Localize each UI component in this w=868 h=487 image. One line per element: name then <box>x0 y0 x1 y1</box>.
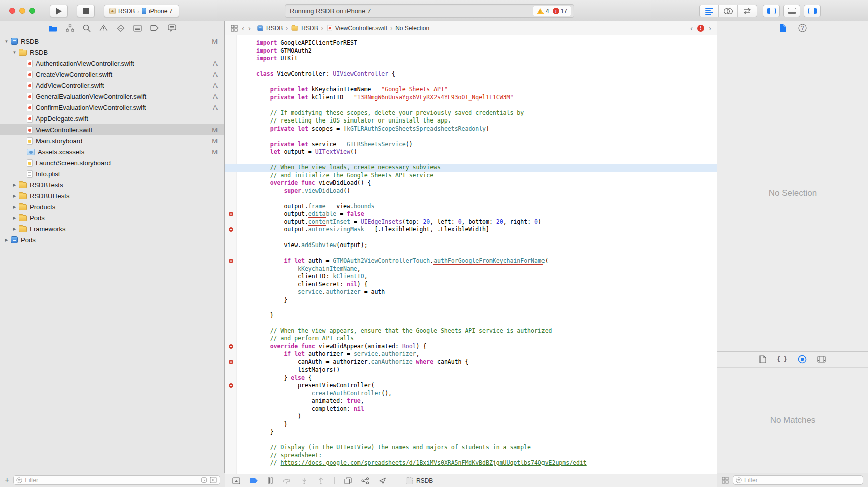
code-line[interactable]: override func viewDidAppear(animated: Bo… <box>225 343 717 351</box>
standard-editor-button[interactable] <box>700 5 719 17</box>
close-window-button[interactable] <box>9 8 15 14</box>
pause-icon[interactable] <box>268 477 273 484</box>
next-issue-button[interactable]: › <box>709 25 711 31</box>
code-line[interactable]: import GoogleAPIClientForREST <box>225 39 717 47</box>
media-library-icon[interactable] <box>817 356 826 363</box>
code-line[interactable]: kKeychainItemName, <box>225 265 717 273</box>
code-line[interactable]: // and perform API calls <box>225 335 717 343</box>
breadcrumb-item[interactable]: No Selection <box>395 25 429 32</box>
step-out-icon[interactable] <box>317 477 324 484</box>
gutter-cell[interactable] <box>225 257 236 265</box>
gutter-cell[interactable] <box>225 133 236 141</box>
file-tree-row[interactable]: AppDelegate.swift <box>0 113 224 124</box>
code-line[interactable]: // When the view loads, create necessary… <box>225 164 717 172</box>
gutter-cell[interactable] <box>225 327 236 335</box>
gutter-cell[interactable] <box>225 125 236 133</box>
gutter-cell[interactable] <box>225 241 236 250</box>
file-tree-row[interactable]: ▼RSDBM <box>0 36 224 47</box>
report-navigator-icon[interactable] <box>168 24 176 32</box>
error-marker-icon[interactable] <box>229 360 233 364</box>
file-tree-row[interactable]: ConfirmEvaluationViewController.swiftA <box>0 102 224 113</box>
file-tree-row[interactable]: LaunchScreen.storyboard <box>0 157 224 168</box>
code-line[interactable]: override func viewDidLoad() { <box>225 179 717 187</box>
previous-issue-button[interactable]: ‹ <box>690 25 693 31</box>
issues-summary[interactable]: 4 !17 <box>533 6 571 16</box>
code-line[interactable]: if let auth = GTMOAuth2ViewControllerTou… <box>225 257 717 265</box>
recent-files-clock-icon[interactable] <box>201 477 207 483</box>
file-tree-row[interactable]: Assets.xcassetsM <box>0 146 224 157</box>
gutter-cell[interactable] <box>225 304 236 312</box>
code-line[interactable]: private let kKeychainItemName = "Google … <box>225 86 717 94</box>
process-indicator[interactable]: RSDB <box>406 477 433 484</box>
code-line[interactable]: import UIKit <box>225 55 717 63</box>
navigator-filter-field[interactable]: Filter <box>13 475 220 485</box>
file-tree-row[interactable]: ▶RSDBUITests <box>0 190 224 201</box>
scm-status-filter-icon[interactable] <box>210 477 217 483</box>
breakpoints-toggle-icon[interactable] <box>250 478 258 484</box>
gutter-cell[interactable] <box>225 358 236 367</box>
zoom-window-button[interactable] <box>29 8 35 14</box>
toggle-inspector-button[interactable] <box>804 5 821 17</box>
code-line[interactable]: if let authorizer = service.authorizer, <box>225 350 717 358</box>
disclosure-triangle-icon[interactable]: ▶ <box>11 227 18 231</box>
code-line[interactable] <box>225 319 717 327</box>
code-line[interactable]: private let kClientID = "138NmgW6nUusaYg… <box>225 94 717 102</box>
disclosure-triangle-icon[interactable]: ▶ <box>11 216 18 220</box>
code-line[interactable]: // When the view appears, ensure that th… <box>225 327 717 335</box>
gutter-cell[interactable] <box>225 101 236 109</box>
code-line[interactable]: listMajors() <box>225 366 717 374</box>
gutter-cell[interactable] <box>225 405 236 413</box>
scheme-selector[interactable]: A RSDB › iPhone 7 <box>104 5 179 17</box>
code-line[interactable]: clientSecret: nil) { <box>225 281 717 289</box>
code-line[interactable]: output.frame = view.bounds <box>225 203 717 211</box>
gutter-cell[interactable] <box>225 428 236 436</box>
toggle-navigator-button[interactable] <box>763 5 780 17</box>
code-line[interactable]: private let service = GTLRSheetsService(… <box>225 141 717 149</box>
issue-error-icon[interactable]: ! <box>697 25 704 32</box>
gutter-cell[interactable] <box>225 148 236 156</box>
code-line[interactable]: let output = UITextView() <box>225 148 717 156</box>
file-tree-row[interactable]: ▼RSDB <box>0 47 224 58</box>
gutter-cell[interactable] <box>225 210 236 218</box>
gutter-cell[interactable] <box>225 335 236 343</box>
gutter-cell[interactable] <box>225 390 236 398</box>
gutter-cell[interactable] <box>225 319 236 327</box>
breadcrumb-item[interactable]: RSDB <box>291 25 318 32</box>
debug-navigator-icon[interactable] <box>133 25 142 32</box>
gutter-cell[interactable] <box>225 70 236 78</box>
file-tree-row[interactable]: Info.plist <box>0 168 224 179</box>
code-line[interactable] <box>225 156 717 164</box>
gutter-cell[interactable] <box>225 288 236 296</box>
code-line[interactable]: } <box>225 428 717 436</box>
code-line[interactable]: // If modifying these scopes, delete you… <box>225 109 717 117</box>
gutter-cell[interactable] <box>225 94 236 102</box>
object-library-icon[interactable] <box>798 355 807 364</box>
file-tree-row[interactable]: ▶Products <box>0 201 224 212</box>
gutter-cell[interactable] <box>225 179 236 187</box>
gutter-cell[interactable] <box>225 444 236 452</box>
memory-graph-icon[interactable] <box>361 477 369 484</box>
gutter-cell[interactable] <box>225 382 236 390</box>
gutter-cell[interactable] <box>225 195 236 203</box>
breadcrumb-item[interactable]: ViewController.swift <box>327 24 387 32</box>
code-line[interactable]: service.authorizer = auth <box>225 288 717 296</box>
step-into-icon[interactable] <box>301 477 308 484</box>
gutter-cell[interactable] <box>225 55 236 63</box>
code-line[interactable]: completion: nil <box>225 405 717 413</box>
code-line[interactable] <box>225 250 717 258</box>
code-line[interactable]: } <box>225 296 717 304</box>
code-line[interactable] <box>225 101 717 109</box>
error-marker-icon[interactable] <box>229 227 233 232</box>
code-line[interactable]: output.editable = false <box>225 210 717 218</box>
gutter-cell[interactable] <box>225 374 236 382</box>
code-editor-area[interactable]: import GoogleAPIClientForRESTimport GTMO… <box>225 35 717 474</box>
disclosure-triangle-icon[interactable]: ▼ <box>11 50 18 55</box>
test-navigator-icon[interactable] <box>117 24 125 32</box>
view-hierarchy-debugger-icon[interactable] <box>344 477 352 484</box>
go-forward-button[interactable]: › <box>248 25 251 31</box>
add-file-button[interactable]: + <box>5 476 9 484</box>
code-line[interactable] <box>225 234 717 242</box>
code-line[interactable]: class ViewController: UIViewController { <box>225 70 717 78</box>
toggle-debug-area-button[interactable] <box>783 5 800 17</box>
code-line[interactable]: super.viewDidLoad() <box>225 187 717 195</box>
